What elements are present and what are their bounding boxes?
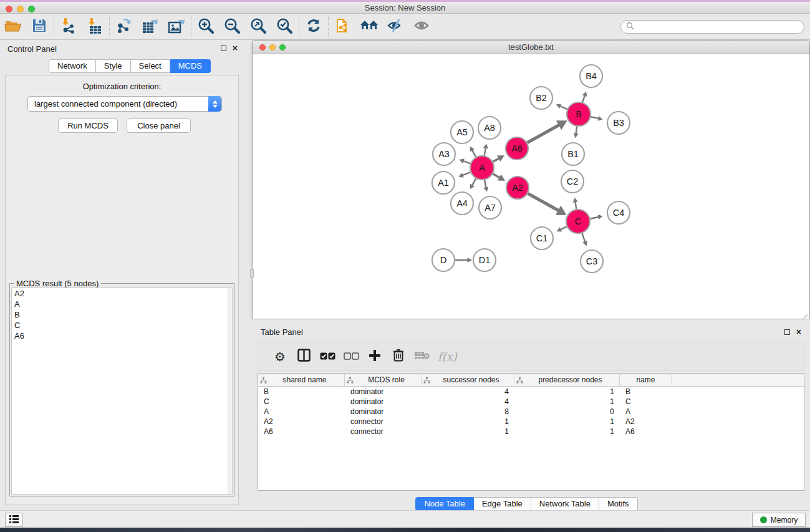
network-window-titlebar[interactable]: testGlobe.txt — [253, 41, 809, 54]
table-cell[interactable]: C — [620, 397, 672, 407]
result-list-item[interactable]: C — [12, 320, 232, 331]
table-cell[interactable]: connector — [345, 427, 422, 437]
table-cell[interactable]: 4 — [422, 387, 514, 397]
result-list-scrollbar[interactable] — [228, 288, 232, 494]
delete-column-button[interactable] — [387, 344, 410, 369]
import-network-button[interactable] — [55, 15, 82, 39]
table-cell[interactable]: connector — [345, 417, 422, 427]
tab-motifs[interactable]: Motifs — [599, 497, 638, 511]
cybrowser-home-button[interactable] — [356, 15, 382, 39]
search-input[interactable] — [620, 20, 804, 34]
graph-node-C3[interactable]: C3 — [581, 250, 603, 273]
table-cell[interactable]: B — [620, 387, 672, 397]
import-table-button[interactable] — [82, 15, 108, 39]
deselect-all-button[interactable] — [339, 344, 363, 369]
graph-node-A[interactable]: A — [470, 156, 494, 180]
graph-node-C2[interactable]: C2 — [561, 170, 584, 193]
node-table[interactable]: shared nameMCDS rolesuccessor nodesprede… — [258, 373, 804, 491]
column-header-successor-nodes[interactable]: successor nodes — [422, 374, 514, 386]
network-zoom-button[interactable] — [279, 44, 286, 51]
graph-node-A4[interactable]: A4 — [451, 192, 473, 215]
network-canvas[interactable]: B4B2BB3A8A5A6B1A3AC2A1A2A4A7C4CC1C3DD1 — [253, 54, 809, 319]
export-table-button[interactable] — [137, 15, 163, 39]
graph-node-A7[interactable]: A7 — [479, 196, 501, 219]
graph-node-B2[interactable]: B2 — [530, 87, 552, 109]
show-all-button[interactable] — [408, 15, 435, 39]
graph-node-A5[interactable]: A5 — [451, 121, 473, 143]
tab-network[interactable]: Network — [49, 59, 96, 73]
result-list-item[interactable]: A2 — [12, 288, 232, 299]
table-row[interactable]: A2connector11A2 — [258, 417, 804, 427]
column-header-name[interactable]: name — [620, 374, 672, 386]
table-cell[interactable]: 8 — [422, 407, 514, 417]
optimization-criterion-select[interactable]: largest connected component (directed) — [27, 96, 222, 112]
float-table-panel-icon[interactable] — [784, 329, 790, 335]
tab-network-table[interactable]: Network Table — [531, 497, 599, 511]
graph-node-C[interactable]: C — [566, 210, 590, 233]
hide-selected-button[interactable] — [382, 15, 408, 39]
table-cell[interactable]: 1 — [514, 427, 620, 437]
select-all-button[interactable] — [316, 344, 339, 369]
zoom-in-button[interactable] — [193, 15, 219, 39]
table-cell[interactable]: B — [258, 387, 345, 397]
zoom-selected-button[interactable] — [271, 15, 297, 39]
graph-node-D[interactable]: D — [432, 249, 455, 271]
table-row[interactable]: Bdominator41B — [258, 387, 804, 397]
open-session-button[interactable] — [0, 15, 26, 39]
graph-node-A3[interactable]: A3 — [433, 143, 455, 165]
minimize-window-button[interactable] — [17, 6, 24, 12]
network-minimize-button[interactable] — [269, 44, 276, 51]
mcds-result-list[interactable]: A2ABCA6 — [11, 288, 233, 495]
delete-table-button[interactable] — [410, 344, 434, 369]
panel-toggle-button[interactable] — [5, 513, 23, 527]
graph-node-A8[interactable]: A8 — [478, 117, 501, 139]
table-cell[interactable]: A2 — [620, 417, 672, 427]
table-cell[interactable]: A — [258, 407, 345, 417]
column-header-shared-name[interactable]: shared name — [258, 374, 345, 386]
table-cell[interactable]: 1 — [514, 387, 620, 397]
graph-node-A2[interactable]: A2 — [506, 177, 529, 199]
tab-style[interactable]: Style — [96, 59, 131, 73]
tab-select[interactable]: Select — [131, 59, 170, 73]
result-list-item[interactable]: A — [12, 299, 232, 309]
column-header-predecessor-nodes[interactable]: predecessor nodes — [514, 374, 620, 386]
close-window-button[interactable] — [6, 6, 12, 12]
zoom-out-button[interactable] — [219, 15, 245, 39]
tab-mcds[interactable]: MCDS — [170, 59, 211, 73]
export-network-button[interactable] — [111, 15, 137, 39]
graph-node-B1[interactable]: B1 — [562, 143, 584, 165]
tab-edge-table[interactable]: Edge Table — [474, 497, 531, 511]
new-network-from-file-button[interactable] — [330, 15, 356, 39]
table-row[interactable]: Adominator80A — [258, 407, 804, 417]
zoom-fit-button[interactable] — [245, 15, 271, 39]
table-cell[interactable]: 1 — [514, 417, 620, 427]
save-session-button[interactable] — [26, 15, 52, 39]
graph-node-D1[interactable]: D1 — [473, 249, 496, 271]
table-cell[interactable]: dominator — [345, 387, 422, 397]
result-list-item[interactable]: A6 — [12, 331, 232, 341]
close-panel-icon[interactable]: × — [233, 45, 238, 51]
graph-node-C1[interactable]: C1 — [531, 227, 553, 249]
column-visibility-button[interactable] — [292, 344, 316, 369]
column-header-MCDS-role[interactable]: MCDS role — [345, 374, 422, 386]
graph-node-C4[interactable]: C4 — [607, 201, 630, 224]
graph-node-A6[interactable]: A6 — [506, 137, 528, 160]
graph-node-B[interactable]: B — [567, 102, 591, 126]
refresh-button[interactable] — [301, 15, 327, 39]
table-cell[interactable]: A6 — [258, 427, 345, 437]
table-options-button[interactable]: ⚙ — [268, 344, 292, 369]
close-table-panel-icon[interactable]: × — [796, 329, 801, 335]
tab-node-table[interactable]: Node Table — [415, 497, 474, 511]
export-image-button[interactable] — [163, 15, 190, 39]
table-cell[interactable]: 1 — [422, 427, 514, 437]
table-cell[interactable]: dominator — [345, 407, 422, 417]
table-cell[interactable]: A — [620, 407, 672, 417]
window-resize-grip[interactable] — [802, 311, 808, 317]
table-row[interactable]: A6connector11A6 — [258, 427, 804, 437]
graph-node-B3[interactable]: B3 — [607, 112, 630, 134]
add-column-button[interactable] — [363, 344, 387, 369]
table-cell[interactable]: A6 — [620, 427, 672, 437]
table-cell[interactable]: dominator — [345, 397, 422, 407]
function-builder-button[interactable]: f(x) — [438, 350, 457, 363]
close-panel-button[interactable]: Close panel — [127, 118, 191, 133]
